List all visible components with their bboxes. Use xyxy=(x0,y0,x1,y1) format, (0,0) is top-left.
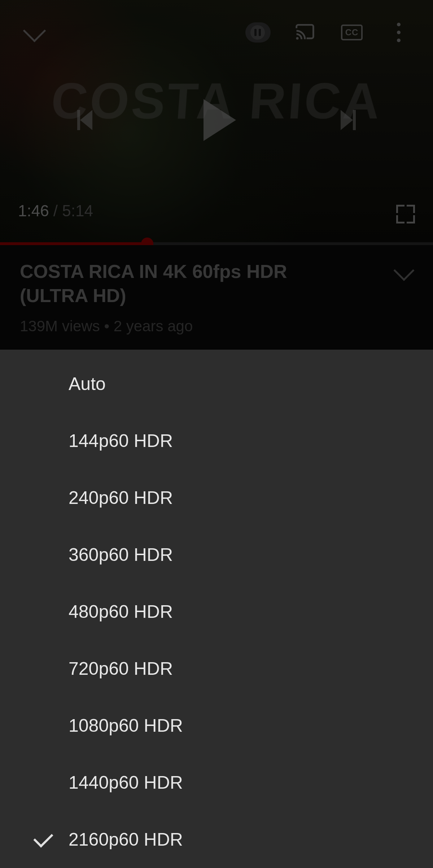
quality-option[interactable]: 720p60 HDR xyxy=(0,640,433,697)
check-icon xyxy=(33,828,53,847)
next-button[interactable] xyxy=(341,110,356,130)
quality-option-label: 480p60 HDR xyxy=(69,601,433,622)
quality-option[interactable]: 1440p60 HDR xyxy=(0,754,433,811)
video-meta: 139M views • 2 years ago xyxy=(20,318,413,335)
app-root: COSTA RICA xyxy=(0,0,433,868)
video-title: COSTA RICA IN 4K 60fps HDR (ULTRA HD) xyxy=(20,260,355,307)
quality-option[interactable]: 1080p60 HDR xyxy=(0,697,433,754)
autoplay-toggle[interactable] xyxy=(245,20,271,45)
chevron-down-icon xyxy=(23,19,46,42)
seek-progress xyxy=(0,242,147,245)
quality-option-label: 240p60 HDR xyxy=(69,487,433,508)
quality-option[interactable]: 2160p60 HDR xyxy=(0,811,433,868)
total-time: 5:14 xyxy=(62,202,93,220)
pause-icon xyxy=(250,25,265,40)
captions-button[interactable]: CC xyxy=(339,20,364,45)
video-player[interactable]: COSTA RICA xyxy=(0,0,433,245)
more-options-button[interactable] xyxy=(386,20,411,45)
quality-option-label: 1080p60 HDR xyxy=(69,715,433,736)
time-separator: / xyxy=(49,202,62,220)
player-top-controls: CC xyxy=(0,20,433,45)
svg-point-0 xyxy=(296,37,299,40)
cast-button[interactable] xyxy=(292,20,318,45)
quality-option[interactable]: 144p60 HDR xyxy=(0,412,433,469)
quality-option-label: 720p60 HDR xyxy=(69,658,433,679)
quality-option[interactable]: 360p60 HDR xyxy=(0,526,433,583)
seek-bar[interactable] xyxy=(0,242,433,245)
quality-check-slot xyxy=(18,832,69,847)
quality-option[interactable]: Auto xyxy=(0,355,433,412)
quality-option-label: 144p60 HDR xyxy=(69,430,433,451)
quality-option-label: 2160p60 HDR xyxy=(69,829,433,850)
elapsed-time: 1:46 xyxy=(18,202,49,220)
quality-option[interactable]: 480p60 HDR xyxy=(0,583,433,640)
collapse-player-button[interactable] xyxy=(22,20,47,45)
quality-option-label: Auto xyxy=(69,373,433,394)
expand-description-button[interactable] xyxy=(394,260,415,281)
play-icon xyxy=(204,99,236,141)
play-button[interactable] xyxy=(197,99,236,141)
quality-option[interactable]: 240p60 HDR xyxy=(0,469,433,526)
quality-option-label: 1440p60 HDR xyxy=(69,772,433,793)
fullscreen-button[interactable] xyxy=(396,205,415,223)
time-display: 1:46 / 5:14 xyxy=(18,202,93,220)
more-vert-icon xyxy=(397,23,401,42)
quality-bottom-sheet[interactable]: Auto144p60 HDR240p60 HDR360p60 HDR480p60… xyxy=(0,350,433,868)
player-mid-controls xyxy=(0,99,433,141)
cast-icon xyxy=(295,22,315,43)
quality-option-label: 360p60 HDR xyxy=(69,544,433,565)
previous-button[interactable] xyxy=(77,110,92,130)
fullscreen-icon xyxy=(396,205,404,213)
video-info-section: COSTA RICA IN 4K 60fps HDR (ULTRA HD) 13… xyxy=(0,245,433,342)
cc-icon: CC xyxy=(341,25,363,40)
seek-thumb[interactable] xyxy=(141,238,153,245)
